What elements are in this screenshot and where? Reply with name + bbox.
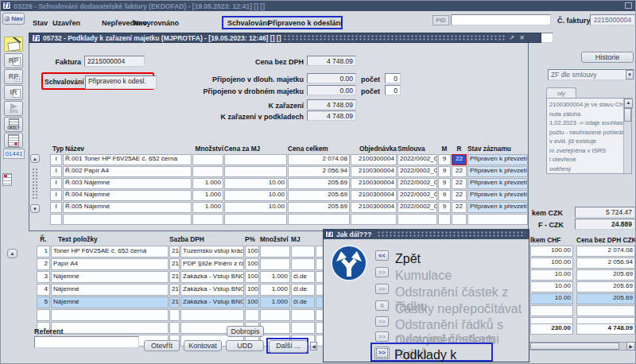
cell[interactable]: I [50,190,62,201]
dropdown-arrow-icon[interactable]: ▼ [626,70,634,79]
cell[interactable]: 22 [452,202,467,213]
cell[interactable]: 2 056.94 [288,166,350,177]
cell-empty[interactable] [50,214,62,225]
cell[interactable]: 2022/0002_01 [398,190,437,201]
cell[interactable]: 2022/0002_01 [398,154,437,165]
cell[interactable]: 10.00 [224,190,287,201]
cell[interactable]: čl.de [291,271,315,283]
cell[interactable]: 21 [169,271,180,283]
cell[interactable]: 100 [245,258,259,270]
cell[interactable]: 100.00 [530,258,573,269]
cell[interactable]: 205.69 [576,269,635,281]
scroll-right-icon[interactable]: ▶ [626,342,635,350]
cell[interactable]: Toner HP F6V25AE č. 652 černá [51,246,169,258]
cell[interactable] [260,258,290,270]
cell[interactable]: Ř.005 Nájemné [63,202,192,213]
cell[interactable]: Připraven k převzetí [467,178,528,189]
cell-empty[interactable] [260,322,290,334]
cell-empty[interactable] [51,322,169,334]
sps-send-icon[interactable]: SPS [4,101,23,116]
zf-dropdown[interactable]: ZF dle smlouvy [548,69,634,80]
cell[interactable]: 3 [37,271,50,283]
messages-listbox[interactable]: 2100300004 je ve stavu Chybo nuta záloha… [546,98,632,174]
cell-selected[interactable]: Zakázka - Vstup BNO [180,296,244,308]
cell-empty[interactable] [530,305,573,316]
cell[interactable]: 2100300004 [351,166,397,177]
cell-selected[interactable]: 5 [37,296,50,308]
cell[interactable]: 2 056.94 [576,258,635,269]
cell[interactable]: 1.000 [192,202,223,213]
odstraneni-nulovych-button[interactable]: >> [375,316,389,327]
cell-empty[interactable] [245,309,259,321]
child-titlebar[interactable]: ŤF 05732 - Podklady k zařazení majetku (… [29,33,541,43]
parent-titlebar[interactable]: ŤF 03226 - Schvalování dodavatelské fakt… [1,1,635,11]
cell-selected[interactable]: 1.000 [260,296,290,308]
items-scroll-grip[interactable] [32,168,38,199]
ir-page-icon[interactable]: IR [4,85,23,100]
cell-empty[interactable] [63,214,192,225]
cell[interactable]: 1 [37,246,50,258]
cell[interactable]: Zakázka - Vstup BNO [180,271,244,283]
restore-icon[interactable]: ↗ [507,33,516,42]
cell[interactable] [224,154,287,165]
cell[interactable]: Ř.001 Toner HP F6V25AE č. 652 černá [63,154,192,165]
rp-page-icon[interactable]: RP [4,53,23,68]
cell[interactable]: Zakázka - Vstup BNO [180,284,244,296]
cell[interactable]: Připraven k převzetí [467,202,528,213]
cell[interactable]: Připraven k převzetí [467,190,528,201]
cislo-faktury-field[interactable]: 2215000004 [590,14,635,25]
cell-selected[interactable]: 22 [452,154,467,165]
cell[interactable]: Připraven k převzetí [467,166,528,177]
cell[interactable]: 2100300004 [351,190,397,201]
lines-scroll-up-icon[interactable]: ▲ [7,249,17,258]
cell[interactable]: 10.00 [530,281,573,292]
rp-grid-icon[interactable]: RP [4,69,23,84]
cell[interactable]: Papír A4 [51,258,169,270]
dobropis-button[interactable]: Dobropis [227,326,264,337]
cell[interactable]: 1.000 [260,271,290,283]
cell[interactable]: I [50,202,62,213]
cell-empty[interactable] [398,214,437,225]
cell-empty[interactable] [51,309,169,321]
dalsi-button[interactable]: Další ... [269,340,308,353]
kontovat-button[interactable]: Kontovat [184,340,222,351]
podklady-button[interactable]: >> [374,347,390,359]
cell[interactable] [291,246,315,258]
cell[interactable]: 1.000 [260,284,290,296]
cell-selected[interactable]: 100 [245,296,259,308]
cell[interactable]: 2100300004 [351,154,397,165]
cell[interactable]: 2022/0002_01 [398,202,437,213]
odstraneni-vsech-button[interactable]: >> [375,331,389,342]
cell[interactable]: I [50,166,62,177]
cell-empty[interactable] [169,309,180,321]
cell[interactable] [291,258,315,270]
cell[interactable]: 2 [37,258,50,270]
cell[interactable]: čl.de [291,284,315,296]
cell[interactable]: 1.000 [192,190,223,201]
cell[interactable]: 9 [438,154,451,165]
cell-selected[interactable]: 21 [169,296,180,308]
h-scrollbar[interactable] [529,342,635,350]
cell[interactable]: 9 [438,178,451,189]
restore-icon[interactable] [625,2,632,9]
protokoly-tab[interactable]: oly [546,87,576,99]
historie-button[interactable]: Historie [581,52,634,63]
cell[interactable]: 100 [245,271,259,283]
cell[interactable]: 22 [452,190,467,201]
ukoly-checklist-icon[interactable]: ÚKOLY [4,117,23,132]
items-scroll-up-icon[interactable]: ▲ [30,154,40,163]
cell[interactable]: Tuzemsko vstup kráce [180,246,244,258]
odstraneni-castek-button[interactable]: >> [375,284,389,294]
back-button[interactable]: << [375,250,389,261]
cell-empty[interactable] [37,309,50,321]
cell[interactable] [192,166,223,177]
cell[interactable]: 21 [169,258,180,270]
cell[interactable]: Ř.002 Papír A4 [63,166,192,177]
cell[interactable]: PDP §92e Plnění z řádi [180,258,244,270]
referent-input[interactable] [34,336,139,348]
pid-input[interactable] [451,14,551,25]
cell-empty[interactable] [438,214,451,225]
cell-empty[interactable] [291,309,315,321]
cell[interactable]: 100 [245,246,259,258]
cell[interactable]: 205.69 [288,190,350,201]
